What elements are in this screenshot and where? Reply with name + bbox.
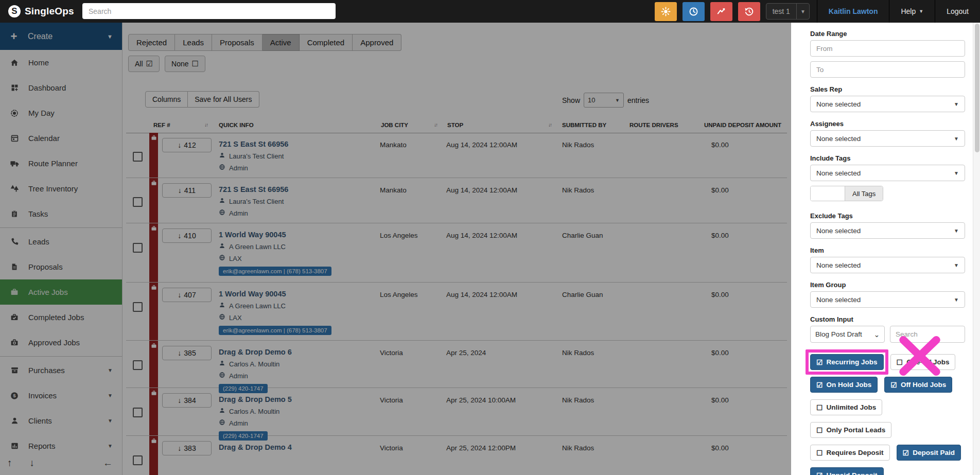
ref-number-button[interactable]: ↓385 bbox=[162, 346, 212, 360]
exclude-tags-select[interactable]: None selected▼ bbox=[810, 222, 965, 239]
job-title-link[interactable]: Drag & Drop Demo 4 bbox=[219, 443, 373, 451]
col-header-stop[interactable]: STOP bbox=[447, 122, 463, 128]
sidebar-item-dashboard[interactable]: Dashboard bbox=[0, 75, 122, 100]
tab-completed[interactable]: Completed bbox=[300, 34, 353, 51]
sidebar-item-purchases[interactable]: Purchases▼ bbox=[0, 358, 122, 383]
date-to-input[interactable] bbox=[810, 61, 965, 78]
account-selector[interactable]: test 1 ▼ bbox=[766, 3, 810, 20]
collapse-left-icon[interactable]: ← bbox=[103, 458, 113, 469]
select-all-button[interactable]: All☑ bbox=[128, 56, 160, 72]
tab-leads[interactable]: Leads bbox=[175, 34, 212, 51]
sidebar-item-tree-inventory[interactable]: Tree Inventory bbox=[0, 176, 122, 201]
assignees-select[interactable]: None selected▼ bbox=[810, 130, 965, 147]
all-tags-toggle[interactable]: All Tags bbox=[810, 186, 883, 201]
job-title-link[interactable]: Drag & Drop Demo 5 bbox=[219, 395, 373, 403]
col-header-submitted-by[interactable]: SUBMITTED BY bbox=[562, 122, 606, 128]
col-header-route-drivers[interactable]: ROUTE DRIVERS bbox=[629, 122, 678, 128]
any-tags-segment[interactable] bbox=[811, 186, 845, 201]
page-size-select[interactable]: 10▼ bbox=[584, 93, 624, 108]
sidebar-item-approved-jobs[interactable]: Approved Jobs bbox=[0, 330, 122, 355]
filter-toggle-off-hold-jobs[interactable]: ☑Off Hold Jobs bbox=[884, 377, 952, 393]
custom-input-select[interactable]: Blog Post Draft⌄ bbox=[810, 326, 885, 343]
filter-toggle-unlimited-jobs[interactable]: ☐Unlimited Jobs bbox=[810, 399, 882, 415]
filter-toggle-recurring-jobs[interactable]: ☑Recurring Jobs bbox=[810, 354, 884, 370]
clock-icon[interactable] bbox=[682, 2, 705, 21]
col-header-quick-info[interactable]: QUICK INFO bbox=[219, 122, 254, 128]
custom-input-search[interactable] bbox=[890, 326, 965, 343]
chevron-down-icon[interactable]: ▼ bbox=[796, 4, 809, 19]
sidebar-item-clients[interactable]: Clients▼ bbox=[0, 408, 122, 433]
trend-icon[interactable] bbox=[710, 2, 732, 21]
contact-badge[interactable]: erik@agreenlawn.com | (678) 513-3807 bbox=[219, 326, 331, 335]
select-none-button[interactable]: None☐ bbox=[165, 56, 205, 72]
filter-toggle-unpaid-deposit[interactable]: ☑Unpaid Deposit bbox=[810, 467, 884, 475]
down-arrow-icon[interactable]: ↓ bbox=[30, 458, 35, 469]
tab-rejected[interactable]: Rejected bbox=[128, 34, 175, 51]
row-checkbox[interactable] bbox=[133, 302, 143, 312]
columns-button[interactable]: Columns bbox=[145, 91, 188, 108]
brightness-icon[interactable] bbox=[655, 2, 677, 21]
item-group-select[interactable]: None selected▼ bbox=[810, 291, 965, 308]
briefcase-icon bbox=[9, 287, 20, 297]
contact-badge[interactable]: erik@agreenlawn.com | (678) 513-3807 bbox=[219, 267, 331, 276]
sidebar-item-calendar[interactable]: Calendar bbox=[0, 126, 122, 151]
all-tags-segment[interactable]: All Tags bbox=[845, 186, 883, 201]
job-title-link[interactable]: 1 World Way 90045 bbox=[219, 290, 373, 298]
col-header-unpaid-deposit[interactable]: UNPAID DEPOSIT AMOUNT bbox=[704, 122, 781, 128]
row-checkbox[interactable] bbox=[133, 243, 143, 253]
row-checkbox[interactable] bbox=[133, 455, 143, 465]
history-icon[interactable] bbox=[738, 2, 760, 21]
tab-approved[interactable]: Approved bbox=[353, 34, 401, 51]
ref-number-button[interactable]: ↓383 bbox=[162, 441, 212, 455]
row-checkbox[interactable] bbox=[133, 360, 143, 370]
filter-toggle-requires-deposit[interactable]: ☐Requires Deposit bbox=[810, 445, 890, 461]
col-header-job-city[interactable]: JOB CITY bbox=[381, 122, 408, 128]
global-search-input[interactable] bbox=[82, 3, 336, 19]
tab-proposals[interactable]: Proposals bbox=[212, 34, 262, 51]
job-title-link[interactable]: 721 S East St 66956 bbox=[219, 185, 373, 193]
job-title-link[interactable]: 1 World Way 90045 bbox=[219, 231, 373, 239]
sidebar-item-active-jobs[interactable]: Active Jobs bbox=[0, 279, 122, 305]
ref-number-button[interactable]: ↓411 bbox=[162, 183, 212, 198]
sidebar-item-route-planner[interactable]: Route Planner bbox=[0, 151, 122, 176]
row-checkbox[interactable] bbox=[133, 152, 143, 162]
row-checkbox[interactable] bbox=[133, 408, 143, 417]
logout-link[interactable]: Logout bbox=[935, 0, 980, 23]
help-menu[interactable]: Help▼ bbox=[889, 0, 935, 23]
col-header-ref[interactable]: REF # bbox=[153, 122, 170, 128]
scrollbar-thumb[interactable] bbox=[975, 24, 979, 152]
item-select[interactable]: None selected▼ bbox=[810, 257, 965, 273]
job-title-link[interactable]: Drag & Drop Demo 6 bbox=[219, 348, 373, 356]
ref-number-button[interactable]: ↓384 bbox=[162, 393, 212, 408]
filter-toggle-one-off-jobs[interactable]: ☐One-off Jobs bbox=[890, 354, 956, 370]
up-arrow-icon[interactable]: ↑ bbox=[7, 458, 12, 469]
create-button[interactable]: + Create ▼ bbox=[0, 23, 122, 50]
filter-toggle-only-portal-leads[interactable]: ☐Only Portal Leads bbox=[810, 422, 891, 438]
sort-icon[interactable]: ↓↑ bbox=[548, 122, 551, 128]
ref-number-button[interactable]: ↓407 bbox=[162, 288, 212, 302]
sales-rep-select[interactable]: None selected▼ bbox=[810, 96, 965, 112]
sort-icon[interactable]: ↓↑ bbox=[434, 122, 437, 128]
user-name-link[interactable]: Kaitlin Lawton bbox=[817, 0, 889, 23]
sort-icon[interactable]: ↓↑ bbox=[204, 122, 207, 128]
sidebar-item-leads[interactable]: Leads bbox=[0, 229, 122, 254]
sidebar-item-tasks[interactable]: Tasks bbox=[0, 201, 122, 226]
save-for-all-users-button[interactable]: Save for All Users bbox=[188, 91, 259, 108]
date-from-input[interactable] bbox=[810, 40, 965, 57]
sidebar-item-proposals[interactable]: Proposals bbox=[0, 254, 122, 279]
app-logo[interactable]: S SingleOps bbox=[0, 5, 81, 17]
job-title-link[interactable]: 721 S East St 66956 bbox=[219, 140, 373, 148]
division-name: Admin bbox=[229, 372, 248, 380]
filter-toggle-on-hold-jobs[interactable]: ☑On Hold Jobs bbox=[810, 377, 878, 393]
row-checkbox[interactable] bbox=[133, 197, 143, 207]
tab-active[interactable]: Active bbox=[262, 34, 300, 51]
sidebar-item-my-day[interactable]: My Day bbox=[0, 100, 122, 126]
ref-number-button[interactable]: ↓412 bbox=[162, 138, 212, 152]
sidebar-item-invoices[interactable]: $Invoices▼ bbox=[0, 383, 122, 408]
filter-toggle-deposit-paid[interactable]: ☑Deposit Paid bbox=[897, 445, 961, 461]
page-scrollbar[interactable] bbox=[973, 23, 980, 475]
sidebar-item-completed-jobs[interactable]: Completed Jobs bbox=[0, 305, 122, 330]
sidebar-item-home[interactable]: Home bbox=[0, 50, 122, 75]
include-tags-select[interactable]: None selected▼ bbox=[810, 165, 965, 181]
ref-number-button[interactable]: ↓410 bbox=[162, 228, 212, 243]
